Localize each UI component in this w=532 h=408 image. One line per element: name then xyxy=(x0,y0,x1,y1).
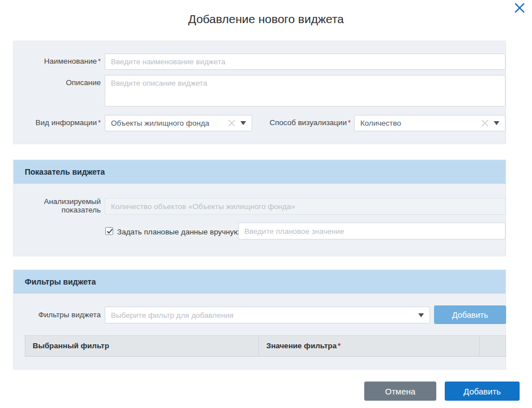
clear-icon[interactable] xyxy=(228,119,235,127)
filter-select-placeholder: Выберите фильтр для добавления xyxy=(111,311,418,320)
chevron-down-icon[interactable] xyxy=(418,313,424,317)
chevron-down-icon[interactable] xyxy=(494,121,499,125)
chevron-down-icon[interactable] xyxy=(240,121,246,125)
required-asterisk: * xyxy=(348,118,351,127)
name-label: Наименование* xyxy=(14,57,101,65)
indicator-panel: Показатель виджета Анализируемый показат… xyxy=(13,159,506,256)
manual-plan-label[interactable]: Задать плановые данные вручную xyxy=(117,228,239,236)
name-input[interactable] xyxy=(105,54,506,70)
add-widget-dialog: Добавление нового виджета Наименование* … xyxy=(0,0,532,408)
visualization-select[interactable]: Количество xyxy=(354,115,506,131)
filter-select[interactable]: Выберите фильтр для добавления xyxy=(105,307,430,323)
cancel-button[interactable]: Отмена xyxy=(364,382,436,401)
basic-info-panel: Наименование* Описание Вид информации* О… xyxy=(13,41,506,144)
required-asterisk: * xyxy=(98,118,101,127)
check-icon xyxy=(106,228,113,234)
filters-panel: Фильтры виджета Фильтры виджета Выберите… xyxy=(13,269,506,370)
indicator-section-title: Показатель виджета xyxy=(14,160,506,184)
page-title: Добавление нового виджета xyxy=(0,12,532,26)
visualization-value: Количество xyxy=(360,119,481,127)
analyzed-indicator-input xyxy=(105,198,506,215)
filters-section-title: Фильтры виджета xyxy=(14,270,506,294)
column-header-selected-filter: Выбранный фильтр xyxy=(25,336,258,356)
column-header-actions xyxy=(479,336,506,356)
info-type-label-text: Вид информации xyxy=(35,118,97,127)
description-label: Описание xyxy=(14,78,101,87)
analyzed-indicator-label: Анализируемый показатель xyxy=(14,197,101,214)
visualization-label-text: Способ визуализации xyxy=(270,118,347,127)
column-header-filter-value-text: Значение фильтра xyxy=(266,342,337,350)
name-label-text: Наименование xyxy=(44,57,97,65)
column-header-filter-value: Значение фильтра* xyxy=(258,336,479,356)
info-type-value: Объекты жилищного фонда xyxy=(111,119,228,127)
clear-icon[interactable] xyxy=(481,119,489,127)
visualization-label: Способ визуализации* xyxy=(250,118,351,127)
info-type-label: Вид информации* xyxy=(14,118,101,127)
submit-button[interactable]: Добавить xyxy=(445,382,520,401)
add-filter-button[interactable]: Добавить xyxy=(434,305,506,324)
manual-plan-checkbox[interactable] xyxy=(105,227,113,235)
description-input[interactable] xyxy=(105,75,506,107)
info-type-select[interactable]: Объекты жилищного фонда xyxy=(105,115,252,131)
close-icon[interactable] xyxy=(512,1,527,16)
filters-table-header: Выбранный фильтр Значение фильтра* xyxy=(25,335,506,357)
required-asterisk: * xyxy=(98,57,101,65)
required-asterisk: * xyxy=(338,342,341,350)
plan-value-input[interactable] xyxy=(238,223,506,240)
filter-select-label: Фильтры виджета xyxy=(14,311,101,319)
